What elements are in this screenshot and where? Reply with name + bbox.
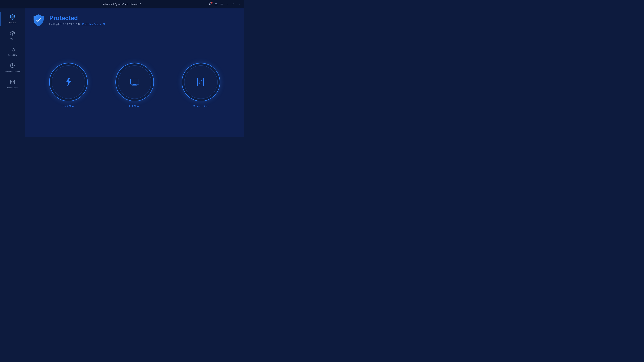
- quick-scan-button[interactable]: Quick Scan: [49, 63, 88, 108]
- custom-scan-label: Custom Scan: [193, 105, 209, 108]
- sidebar-label-antivirus: Antivirus: [9, 22, 16, 24]
- window-controls: ─ □ ✕: [209, 2, 242, 6]
- quick-scan-label: Quick Scan: [62, 105, 75, 108]
- sidebar-item-care[interactable]: Care: [0, 28, 25, 42]
- sidebar-label-softwareupdater: Software Updater: [5, 70, 20, 73]
- svg-rect-19: [10, 82, 12, 84]
- shield-container: [32, 13, 45, 27]
- full-scan-button[interactable]: Full Scan: [116, 63, 154, 108]
- svg-rect-20: [13, 82, 14, 84]
- custom-scan-circle: [182, 63, 220, 101]
- status-section: Protected Last Update: 2/10/2022 12:47 P…: [32, 13, 238, 27]
- svg-rect-28: [199, 82, 200, 84]
- svg-rect-25: [198, 78, 204, 86]
- menu-icon[interactable]: [220, 2, 224, 6]
- maximize-button[interactable]: □: [232, 2, 235, 6]
- svg-rect-18: [13, 80, 14, 82]
- status-info: Protected Last Update: 2/10/2022 12:47 P…: [49, 14, 105, 26]
- sidebar-item-actioncenter[interactable]: Action Center: [0, 77, 25, 91]
- svg-point-13: [12, 50, 13, 50]
- sidebar-item-speedup[interactable]: Speed Up: [0, 44, 25, 59]
- key-icon[interactable]: [214, 2, 218, 6]
- title-bar: Advanced SystemCare Ultimate 15: [0, 0, 244, 8]
- care-icon: [10, 30, 15, 37]
- section-divider: [32, 32, 238, 32]
- minimize-button[interactable]: ─: [226, 2, 230, 6]
- plus-icon[interactable]: ⊞: [103, 23, 105, 26]
- notification-dot: [211, 2, 212, 3]
- sidebar-item-softwareupdater[interactable]: Software Updater: [0, 60, 25, 75]
- quick-scan-inner: [52, 65, 85, 99]
- actioncenter-icon: [10, 79, 15, 86]
- app-title: Advanced SystemCare Ultimate 15: [103, 3, 141, 5]
- main-content: Protected Last Update: 2/10/2022 12:47 P…: [25, 8, 244, 137]
- svg-line-10: [14, 32, 14, 32]
- full-scan-circle: [116, 63, 154, 101]
- last-update-text: Last Update: 2/10/2022 12:47: [49, 23, 80, 25]
- scan-buttons-area: Quick Scan Full Scan: [32, 39, 238, 132]
- full-scan-inner: [118, 65, 152, 99]
- sidebar-item-antivirus[interactable]: Antivirus: [0, 12, 25, 26]
- status-title: Protected: [49, 14, 105, 22]
- sidebar-label-actioncenter: Action Center: [6, 87, 18, 89]
- custom-scan-inner: [184, 65, 218, 99]
- svg-rect-21: [130, 79, 139, 84]
- quick-scan-circle: [49, 63, 88, 101]
- full-scan-label: Full Scan: [129, 105, 140, 108]
- close-button[interactable]: ✕: [238, 2, 242, 6]
- antivirus-icon: [10, 14, 15, 21]
- status-subtitle: Last Update: 2/10/2022 12:47 Protection …: [49, 23, 105, 26]
- speedup-icon: [10, 46, 15, 53]
- sidebar: Antivirus Care: [0, 8, 25, 137]
- app-body: Antivirus Care: [0, 8, 244, 137]
- sidebar-label-speedup: Speed Up: [8, 54, 16, 56]
- custom-scan-button[interactable]: Custom Scan: [182, 63, 220, 108]
- svg-point-8: [12, 33, 13, 34]
- sidebar-label-care: Care: [10, 38, 14, 40]
- softwareupdater-icon: [10, 63, 15, 69]
- protection-details-link[interactable]: Protection Details: [82, 23, 100, 25]
- svg-point-2: [216, 4, 216, 5]
- bell-icon[interactable]: [209, 2, 212, 6]
- svg-rect-17: [10, 80, 12, 82]
